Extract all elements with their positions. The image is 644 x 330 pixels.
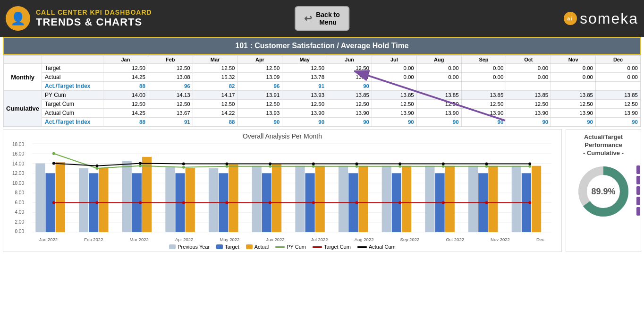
cell-r1-c6: 0.00 xyxy=(372,73,416,82)
cell-r0-c2: 12.50 xyxy=(193,64,237,73)
chart-canvas-wrap: Jan 2022Feb 2022Mar 2022Apr 2022May 2022… xyxy=(26,142,558,242)
svg-point-50 xyxy=(226,165,229,168)
cell-r0-c9: 0.00 xyxy=(506,64,551,73)
y-label-14: 14.00 xyxy=(7,161,24,166)
header: 👤 CALL CENTER KPI DASHBOARD TRENDS & CHA… xyxy=(0,0,644,37)
svg-point-59 xyxy=(96,201,99,204)
cell-r4-c10: 12.50 xyxy=(551,100,596,109)
donut-wrap: 89.9% xyxy=(575,163,632,220)
col-mar: Mar xyxy=(193,56,237,64)
back-arrow-icon: ↩ xyxy=(304,13,312,24)
svg-rect-39 xyxy=(445,166,455,232)
svg-rect-16 xyxy=(122,161,132,232)
someka-circle-icon: ai xyxy=(564,12,577,25)
cell-r0-c11: 0.00 xyxy=(596,64,641,73)
col-dec: Dec xyxy=(596,56,641,64)
svg-point-75 xyxy=(269,163,271,165)
legend-label-actual-cum: Actual Cum xyxy=(369,244,396,250)
cell-r3-c5: 13.85 xyxy=(327,91,372,100)
svg-point-49 xyxy=(182,166,185,169)
y-label-0: 0.00 xyxy=(7,229,24,234)
cell-r4-c0: 12.50 xyxy=(103,100,148,109)
label-header-empty xyxy=(42,56,103,64)
legend-label-target-cum: Target Cum xyxy=(324,244,351,250)
group-header-empty xyxy=(4,56,42,64)
data-table: Jan Feb Mar Apr May Jun Jul Aug Sep Oct … xyxy=(3,55,641,127)
svg-rect-30 xyxy=(315,166,325,232)
svg-point-65 xyxy=(356,201,358,204)
legend-prev-year: Previous Year xyxy=(169,244,210,250)
cell-r6-c10: 90 xyxy=(551,118,596,127)
y-label-12: 12.00 xyxy=(7,171,24,176)
x-label-10: Nov 2022 xyxy=(491,237,510,242)
legend-box-target xyxy=(216,244,223,249)
col-jul: Jul xyxy=(372,56,416,64)
cell-r4-c11: 12.50 xyxy=(596,100,641,109)
cell-r2-c0: 88 xyxy=(103,82,148,91)
x-label-8: Sep 2022 xyxy=(400,237,420,242)
legend-box-prev-year xyxy=(169,244,176,249)
x-axis-labels: Jan 2022Feb 2022Mar 2022Apr 2022May 2022… xyxy=(26,237,558,242)
cell-r4-c4: 12.50 xyxy=(282,100,327,109)
cell-r3-c1: 14.13 xyxy=(148,91,193,100)
x-label-11: Dec xyxy=(536,237,544,242)
cell-r5-c5: 13.90 xyxy=(327,109,372,118)
row-label-4: Target Cum xyxy=(42,100,103,109)
y-label-8: 8.00 xyxy=(7,190,24,195)
svg-point-61 xyxy=(182,201,185,204)
cell-r5-c1: 13.67 xyxy=(148,109,193,118)
cell-r5-c0: 14.25 xyxy=(103,109,148,118)
cell-r5-c4: 13.90 xyxy=(282,109,327,118)
side-donut-chart: Actual/TargetPerformance- Cumulative - 8… xyxy=(566,129,641,252)
cell-r6-c0: 88 xyxy=(103,118,148,127)
svg-point-71 xyxy=(96,165,99,167)
svg-rect-19 xyxy=(165,167,175,232)
svg-rect-36 xyxy=(402,166,411,232)
cell-r1-c9: 0.00 xyxy=(506,73,551,82)
cell-r4-c2: 12.50 xyxy=(193,100,237,109)
cell-r6-c7: 90 xyxy=(416,118,461,127)
main-chart: Overall Analysis Per Month 18.00 16.00 1… xyxy=(3,129,562,252)
logo-text: someka xyxy=(580,10,638,27)
cell-r3-c0: 14.00 xyxy=(103,91,148,100)
avatar: 👤 xyxy=(6,6,30,31)
donut-chart-title: Actual/TargetPerformance- Cumulative - xyxy=(583,133,624,157)
cell-r0-c0: 12.50 xyxy=(103,64,148,73)
chart-legend: Previous Year Target Actual PY Cum Targe… xyxy=(7,244,558,250)
cell-r0-c3: 12.50 xyxy=(237,64,282,73)
cell-r1-c5: 13.87 xyxy=(327,73,372,82)
svg-point-66 xyxy=(398,201,401,204)
cell-r2-c10 xyxy=(551,82,596,91)
svg-rect-21 xyxy=(186,168,195,232)
purple-dash-3 xyxy=(636,186,640,195)
cell-r6-c5: 90 xyxy=(327,118,372,127)
svg-point-53 xyxy=(356,165,358,168)
svg-point-47 xyxy=(96,167,99,170)
row-label-2: Act./Target Index xyxy=(42,82,103,91)
cell-r1-c4: 13.78 xyxy=(282,73,327,82)
svg-point-46 xyxy=(52,152,55,155)
y-label-16: 16.00 xyxy=(7,151,24,156)
svg-point-76 xyxy=(312,163,315,165)
x-label-0: Jan 2022 xyxy=(39,237,58,242)
svg-point-70 xyxy=(52,162,55,165)
cell-r2-c6 xyxy=(372,82,416,91)
back-to-menu-button[interactable]: ↩ Back toMenu xyxy=(295,6,349,31)
svg-point-69 xyxy=(528,201,531,204)
legend-line-target-cum xyxy=(313,246,322,248)
svg-point-79 xyxy=(442,163,445,165)
svg-point-81 xyxy=(528,163,531,165)
cell-r6-c9: 90 xyxy=(506,118,551,127)
cell-r3-c6: 13.85 xyxy=(372,91,416,100)
x-label-3: Apr 2022 xyxy=(175,237,194,242)
svg-rect-13 xyxy=(79,168,88,232)
svg-rect-31 xyxy=(339,166,348,232)
cell-r2-c1: 96 xyxy=(148,82,193,91)
svg-rect-12 xyxy=(56,162,65,232)
cell-r5-c7: 13.90 xyxy=(416,109,461,118)
col-aug: Aug xyxy=(416,56,461,64)
y-label-4: 4.00 xyxy=(7,209,24,215)
chart-section: Overall Analysis Per Month 18.00 16.00 1… xyxy=(3,129,641,252)
cell-r4-c7: 12.50 xyxy=(416,100,461,109)
cell-r1-c2: 15.32 xyxy=(193,73,237,82)
